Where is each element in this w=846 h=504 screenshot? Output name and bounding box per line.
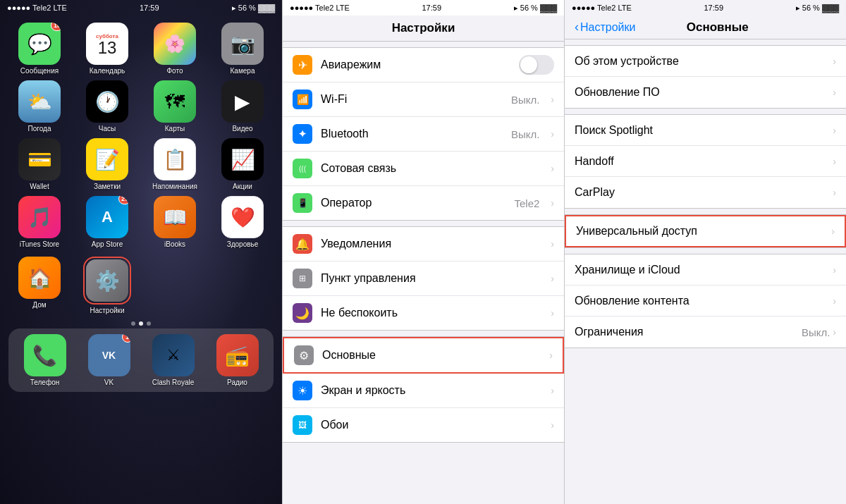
general-settings-panel: ●●●●● Tele2 LTE 17:59 ▸ 56 % ▓▓▓ ‹ Настр…: [564, 0, 846, 504]
dock-vk[interactable]: VK 1 VK: [78, 334, 140, 386]
carrier-icon: 📱: [293, 193, 312, 213]
app-home[interactable]: 🏠 Дом: [8, 257, 70, 314]
app-clock[interactable]: 🕐 Часы: [76, 80, 138, 133]
notifications-icon: 🔔: [293, 234, 312, 254]
settings-section-general: ⚙ Основные › ☀ Экран и яркость › 🖼 Обои …: [283, 336, 564, 443]
app-dock: 📞 Телефон VK 1 VK ⚔ Clash Royale 📻 Радио: [8, 328, 274, 392]
app-calendar[interactable]: суббота 13 Календарь: [76, 23, 138, 75]
settings-title: Настройки: [283, 16, 564, 42]
general-row-handoff[interactable]: Handoff ›: [565, 146, 846, 177]
app-settings[interactable]: ⚙️ Настройки: [76, 257, 138, 314]
dock-radio[interactable]: 📻 Радио: [207, 334, 268, 386]
settings-row-wifi[interactable]: 📶 Wi-Fi Выкл. ›: [283, 82, 564, 117]
settings-status-bar: ●●●●● Tele2 LTE 17:59 ▸ 56 % ▓▓▓: [283, 0, 564, 16]
settings-row-airplane[interactable]: ✈ Авиарежим: [283, 48, 564, 82]
general-section-about: Об этом устройстве › Обновление ПО ›: [565, 45, 846, 109]
app-appstore[interactable]: A 27 App Store: [76, 196, 138, 248]
general-status-time: 17:59: [704, 4, 724, 12]
wifi-icon: 📶: [293, 90, 312, 109]
general-row-storage[interactable]: Хранилище и iCloud ›: [565, 254, 846, 285]
settings-highlight-border: ⚙️: [83, 257, 131, 305]
app-camera[interactable]: 📷 Камера: [212, 23, 274, 75]
page-indicator: [0, 321, 282, 326]
general-row-bgrefresh[interactable]: Обновление контента ›: [565, 285, 846, 316]
general-status-bar: ●●●●● Tele2 LTE 17:59 ▸ 56 % ▓▓▓: [565, 0, 846, 16]
general-nav-bar: ‹ Настройки Основные: [565, 16, 846, 39]
app-grid: 💬 18 Сообщения суббота 13 Календарь 🌸 Фо…: [0, 17, 282, 254]
settings-section-connectivity: ✈ Авиарежим 📶 Wi-Fi Выкл. › ✦ Bluetooth …: [283, 47, 564, 221]
airplane-icon: ✈: [293, 55, 312, 75]
dnd-icon: 🌙: [293, 303, 312, 323]
general-section-continuity: Поиск Spotlight › Handoff › CarPlay ›: [565, 114, 846, 209]
app-ibooks[interactable]: 📖 iBooks: [144, 196, 206, 248]
settings-row-general[interactable]: ⚙ Основные ›: [283, 337, 564, 374]
general-section-storage: Хранилище и iCloud › Обновление контента…: [565, 254, 846, 348]
app-health[interactable]: ❤️ Здоровье: [212, 196, 274, 248]
settings-row-bluetooth[interactable]: ✦ Bluetooth Выкл. ›: [283, 117, 564, 152]
general-row-spotlight[interactable]: Поиск Spotlight ›: [565, 115, 846, 146]
dock-clash[interactable]: ⚔ Clash Royale: [142, 334, 204, 386]
control-center-icon: ⊞: [293, 269, 312, 288]
general-row-update[interactable]: Обновление ПО ›: [565, 77, 846, 108]
home-screen-panel: ●●●●● Tele2 LTE 17:59 ▸ 56 % ▓▓▓ 💬 18 Со…: [0, 0, 282, 504]
general-section-accessibility: Универсальный доступ ›: [565, 214, 846, 248]
general-icon: ⚙: [294, 345, 314, 365]
app-reminders[interactable]: 📋 Напоминания: [144, 138, 206, 190]
settings-row-notifications[interactable]: 🔔 Уведомления ›: [283, 227, 564, 262]
general-row-carplay[interactable]: CarPlay ›: [565, 177, 846, 208]
cellular-icon: (((: [293, 159, 312, 178]
settings-row-wallpaper[interactable]: 🖼 Обои ›: [283, 408, 564, 442]
app-grid-row5: 🏠 Дом ⚙️ Настройки: [0, 254, 282, 317]
app-video[interactable]: ▶ Видео: [212, 80, 274, 133]
general-row-restrictions[interactable]: Ограничения Выкл. ›: [565, 316, 846, 348]
back-chevron-icon: ‹: [575, 20, 579, 35]
settings-section-system: 🔔 Уведомления › ⊞ Пункт управления › 🌙 Н…: [283, 226, 564, 331]
home-status-bar: ●●●●● Tele2 LTE 17:59 ▸ 56 % ▓▓▓: [0, 0, 282, 16]
app-messages[interactable]: 💬 18 Сообщения: [8, 23, 70, 75]
wallpaper-icon: 🖼: [293, 415, 312, 435]
app-weather[interactable]: ⛅ Погода: [8, 80, 70, 133]
general-row-about[interactable]: Об этом устройстве ›: [565, 46, 846, 77]
airplane-label: Авиарежим: [321, 59, 510, 71]
app-notes[interactable]: 📝 Заметки: [76, 138, 138, 190]
display-icon: ☀: [293, 381, 312, 400]
dock-phone[interactable]: 📞 Телефон: [14, 334, 75, 386]
general-title: Основные: [641, 20, 794, 35]
settings-row-carrier[interactable]: 📱 Оператор Tele2 ›: [283, 186, 564, 220]
app-photos[interactable]: 🌸 Фото: [144, 23, 206, 75]
back-button[interactable]: ‹ Настройки: [575, 20, 635, 35]
app-stocks[interactable]: 📈 Акции: [212, 138, 274, 190]
settings-row-control[interactable]: ⊞ Пункт управления ›: [283, 262, 564, 296]
app-maps[interactable]: 🗺 Карты: [144, 80, 206, 133]
settings-row-cellular[interactable]: ((( Сотовая связь ›: [283, 152, 564, 186]
settings-row-dnd[interactable]: 🌙 Не беспокоить ›: [283, 296, 564, 330]
back-label: Настройки: [580, 21, 635, 34]
general-row-accessibility[interactable]: Универсальный доступ ›: [565, 215, 846, 247]
airplane-toggle[interactable]: [519, 55, 554, 75]
bluetooth-icon: ✦: [293, 124, 312, 144]
app-itunes[interactable]: 🎵 iTunes Store: [8, 196, 70, 248]
settings-status-time: 17:59: [422, 4, 442, 12]
status-carrier: ●●●●● Tele2 LTE: [7, 4, 67, 12]
app-wallet[interactable]: 💳 Wallet: [8, 138, 70, 190]
settings-row-display[interactable]: ☀ Экран и яркость ›: [283, 374, 564, 408]
status-time: 17:59: [140, 4, 159, 12]
settings-panel: ●●●●● Tele2 LTE 17:59 ▸ 56 % ▓▓▓ Настрой…: [282, 0, 564, 504]
